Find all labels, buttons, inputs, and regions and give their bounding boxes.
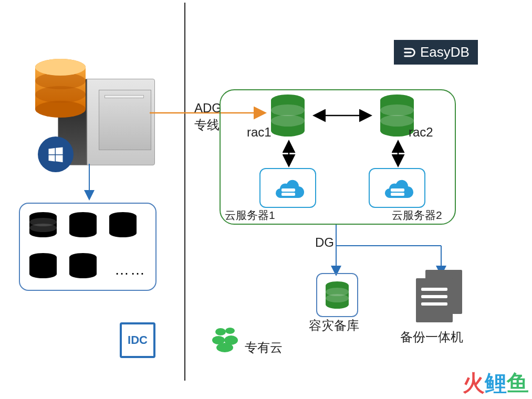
- svg-point-12: [29, 224, 57, 232]
- watermark-c2: 鲤: [485, 371, 507, 395]
- svg-point-34: [380, 104, 414, 116]
- idc-icon: IDC: [120, 322, 155, 358]
- svg-point-6: [35, 59, 86, 76]
- easydb-icon: [402, 45, 417, 60]
- windows-icon: [38, 136, 74, 172]
- easydb-logo: EasyDB: [394, 40, 478, 65]
- svg-point-18: [109, 229, 137, 237]
- svg-point-3: [35, 101, 86, 118]
- svg-point-56: [216, 343, 233, 352]
- backup-label: 备份一体机: [400, 329, 463, 345]
- svg-rect-39: [281, 188, 295, 192]
- svg-point-53: [225, 328, 235, 334]
- standby-label: 容灾备库: [309, 317, 359, 334]
- svg-point-28: [271, 125, 305, 136]
- rac1-database-icon: [269, 94, 307, 138]
- cloud-server-2-box: [369, 168, 425, 208]
- watermark-c1: 火: [463, 371, 485, 395]
- arrow-rac2-cloud2: [393, 139, 403, 168]
- backup-appliance-icon: [416, 270, 463, 322]
- cloud-server-icon: [378, 174, 416, 202]
- svg-rect-41: [391, 188, 404, 192]
- rac1-label: rac1: [247, 125, 272, 140]
- onprem-server: [37, 79, 158, 168]
- cloud-server-1-label: 云服务器1: [225, 208, 275, 223]
- standby-database-icon: [325, 281, 350, 310]
- svg-point-24: [69, 270, 97, 278]
- svg-point-30: [271, 115, 305, 127]
- cloud-server-1-box: [259, 168, 316, 208]
- adg-label: ADG: [194, 101, 222, 116]
- svg-rect-42: [391, 193, 404, 196]
- svg-point-51: [326, 294, 349, 302]
- arrow-rac1-cloud1: [284, 139, 294, 168]
- svg-point-15: [69, 229, 97, 237]
- cloud-server-icon: [268, 174, 307, 202]
- svg-rect-40: [281, 193, 295, 196]
- watermark-c3: 鱼: [507, 371, 529, 395]
- arrow-server-to-dbs: [84, 164, 95, 203]
- dg-label: DG: [315, 235, 334, 250]
- svg-point-29: [271, 104, 305, 116]
- svg-point-21: [29, 270, 57, 278]
- svg-point-5: [35, 86, 86, 103]
- private-cloud-label: 专有云: [245, 339, 283, 356]
- watermark: 火鲤鱼: [463, 369, 529, 398]
- cloud-server-2-label: 云服务器2: [392, 208, 442, 223]
- svg-point-52: [215, 328, 226, 335]
- idc-text: IDC: [128, 333, 148, 347]
- private-cloud-icon: [210, 324, 242, 356]
- rac2-label: rac2: [409, 125, 433, 140]
- arrow-rac1-rac2: [311, 110, 374, 121]
- adg-line-label: 专线: [194, 117, 220, 133]
- orange-database-icon: [32, 58, 89, 121]
- ellipsis-label: ……: [114, 261, 146, 278]
- easydb-text: EasyDB: [420, 44, 470, 60]
